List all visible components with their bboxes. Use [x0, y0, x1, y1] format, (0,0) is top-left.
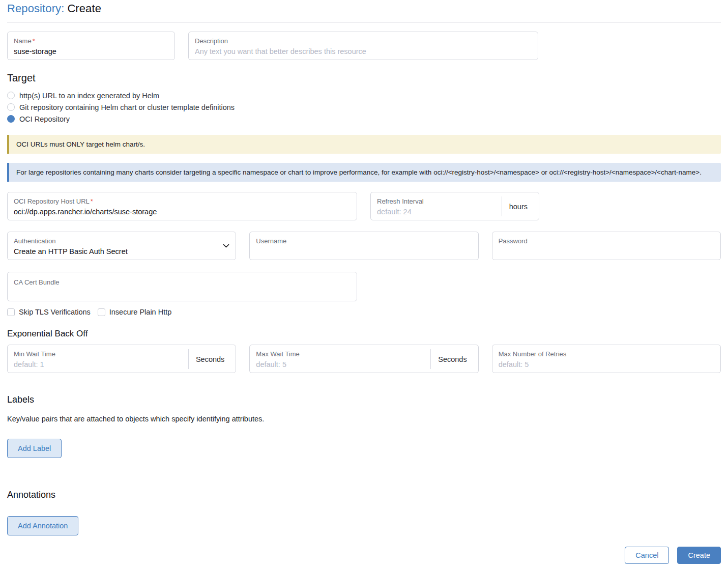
name-label: Name*: [14, 37, 168, 45]
oci-host-url-label: OCI Repository Host URL*: [14, 197, 351, 206]
radio-oci-repository[interactable]: OCI Repository: [7, 113, 70, 125]
page-title-action: Create: [67, 2, 101, 15]
chevron-down-icon[interactable]: [219, 237, 229, 256]
max-retries-field[interactable]: Max Number of Retries: [492, 345, 721, 373]
max-retries-input[interactable]: [499, 360, 714, 368]
min-wait-time-unit: Seconds: [188, 349, 231, 369]
labels-description: Key/value pairs that are attached to obj…: [7, 415, 721, 423]
breadcrumb-repository-link[interactable]: Repository:: [7, 2, 64, 15]
skip-tls-checkbox[interactable]: Skip TLS Verifications: [7, 308, 91, 316]
authentication-label: Authentication: [14, 237, 219, 245]
create-button[interactable]: Create: [677, 547, 721, 564]
title-divider: [7, 22, 721, 23]
name-input[interactable]: [14, 47, 168, 55]
refresh-interval-unit: hours: [502, 196, 535, 216]
required-asterisk: *: [91, 197, 93, 205]
ca-cert-bundle-field[interactable]: CA Cert Bundle: [7, 272, 357, 301]
oci-host-url-input[interactable]: [14, 208, 351, 216]
username-label: Username: [256, 237, 472, 245]
max-wait-time-field[interactable]: Max Wait Time Seconds: [249, 345, 478, 373]
labels-heading: Labels: [7, 394, 721, 405]
refresh-interval-label: Refresh Interval: [377, 197, 502, 206]
refresh-interval-input[interactable]: [377, 208, 502, 216]
radio-git-repository[interactable]: Git repository containing Helm chart or …: [7, 101, 235, 113]
footer-actions: Cancel Create: [625, 547, 721, 564]
max-retries-label: Max Number of Retries: [499, 350, 714, 358]
page-title: Repository:Create: [7, 0, 721, 15]
radio-unselected-icon[interactable]: [7, 103, 15, 111]
cancel-button[interactable]: Cancel: [625, 547, 669, 564]
username-input[interactable]: [256, 247, 472, 256]
radio-http-url[interactable]: http(s) URL to an index generated by Hel…: [7, 90, 159, 101]
max-wait-time-label: Max Wait Time: [256, 350, 430, 358]
add-annotation-button[interactable]: Add Annotation: [7, 516, 78, 535]
authentication-select[interactable]: Authentication: [7, 232, 236, 260]
info-banner-text: For large repositories containing many c…: [16, 168, 702, 176]
checkbox-unchecked-icon[interactable]: [7, 308, 15, 316]
insecure-http-checkbox[interactable]: Insecure Plain Http: [98, 308, 172, 316]
username-field[interactable]: Username: [249, 232, 478, 260]
min-wait-time-field[interactable]: Min Wait Time Seconds: [7, 345, 236, 373]
backoff-heading: Exponential Back Off: [7, 329, 721, 339]
annotations-heading: Annotations: [7, 490, 721, 500]
authentication-value[interactable]: [14, 247, 219, 256]
radio-unselected-icon[interactable]: [7, 92, 15, 99]
info-banner: For large repositories containing many c…: [7, 163, 721, 182]
target-heading: Target: [7, 72, 721, 84]
ca-cert-bundle-label: CA Cert Bundle: [14, 278, 351, 287]
description-label: Description: [195, 37, 532, 45]
name-field[interactable]: Name*: [7, 32, 175, 60]
repository-create-page: Repository:Create: [0, 0, 728, 15]
warning-banner: OCI URLs must ONLY target helm chart/s.: [7, 135, 721, 154]
description-input[interactable]: [195, 47, 532, 55]
add-label-button[interactable]: Add Label: [7, 439, 62, 458]
description-field[interactable]: Description: [188, 32, 538, 60]
required-asterisk: *: [33, 37, 35, 45]
min-wait-time-label: Min Wait Time: [14, 350, 188, 358]
password-input[interactable]: [499, 247, 714, 256]
ca-cert-bundle-input[interactable]: [14, 289, 351, 297]
target-radio-group: http(s) URL to an index generated by Hel…: [7, 90, 721, 125]
oci-host-url-field[interactable]: OCI Repository Host URL*: [7, 192, 357, 220]
max-wait-time-input[interactable]: [256, 360, 430, 368]
password-field[interactable]: Password: [492, 232, 721, 260]
max-wait-time-unit: Seconds: [430, 349, 474, 369]
checkbox-unchecked-icon[interactable]: [98, 308, 105, 316]
min-wait-time-input[interactable]: [14, 360, 188, 368]
password-label: Password: [499, 237, 714, 245]
warning-banner-text: OCI URLs must ONLY target helm chart/s.: [16, 140, 145, 148]
refresh-interval-field[interactable]: Refresh Interval hours: [370, 192, 539, 220]
radio-selected-icon[interactable]: [7, 115, 15, 123]
